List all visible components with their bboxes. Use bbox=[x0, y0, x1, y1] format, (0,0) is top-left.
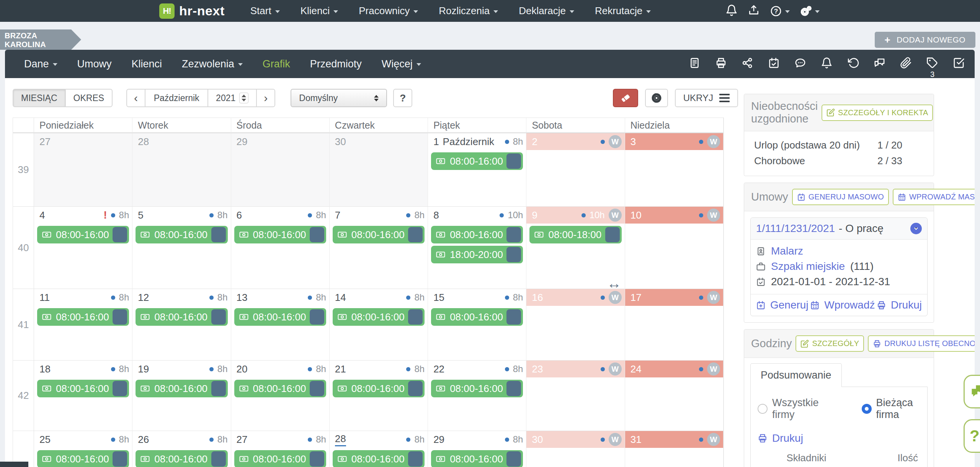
shift-block[interactable]: 08:00-16:00 bbox=[431, 226, 523, 243]
shift-drag-handle[interactable] bbox=[310, 381, 324, 396]
shift-block[interactable]: 08:00-16:00 bbox=[234, 450, 326, 467]
shift-drag-handle[interactable] bbox=[113, 451, 127, 467]
day-cell-17[interactable]: 17W bbox=[625, 289, 724, 361]
absences-details-button[interactable]: SZCZEGÓŁY I KOREKTA bbox=[822, 105, 933, 121]
day-cell-20[interactable]: 208h08:00-16:00 bbox=[231, 361, 330, 431]
shift-drag-handle[interactable] bbox=[605, 227, 620, 242]
shift-block[interactable]: 08:00-16:00 bbox=[333, 450, 425, 467]
shift-block[interactable]: 08:00-16:00 bbox=[234, 308, 326, 326]
day-cell-11[interactable]: 118h08:00-16:00 bbox=[34, 289, 132, 361]
year-spinner[interactable] bbox=[239, 93, 248, 103]
day-cell-30[interactable]: 30 bbox=[330, 133, 428, 207]
settings-button[interactable] bbox=[800, 5, 820, 17]
next-month-button[interactable]: › bbox=[256, 89, 275, 107]
comments-button[interactable] bbox=[874, 57, 885, 69]
contract-number-link[interactable]: 1/111/1231/2021 bbox=[756, 222, 835, 235]
shift-drag-handle[interactable] bbox=[408, 309, 423, 325]
tag-button[interactable]: 3 bbox=[926, 57, 938, 69]
share-button[interactable] bbox=[742, 57, 753, 69]
document-button[interactable] bbox=[689, 57, 701, 69]
hide-sidebar-button[interactable]: UKRYJ bbox=[675, 89, 738, 107]
day-cell-19[interactable]: 198h08:00-16:00 bbox=[132, 361, 231, 431]
menu-deklaracje[interactable]: Deklaracje bbox=[508, 0, 585, 22]
eraser-button[interactable] bbox=[613, 89, 638, 107]
feedback-chat-button[interactable] bbox=[964, 375, 980, 408]
shift-block[interactable]: 08:00-16:00 bbox=[333, 308, 425, 326]
tab-więcej[interactable]: Więcej bbox=[372, 50, 431, 78]
day-cell-21[interactable]: 218h08:00-16:00 bbox=[330, 361, 428, 431]
tab-summary[interactable]: Podsumowanie bbox=[750, 363, 842, 387]
day-cell-29[interactable]: 298h08:00-16:00 bbox=[428, 431, 526, 467]
help-button[interactable]: ? bbox=[770, 5, 790, 17]
shift-block[interactable]: 08:00-16:00 bbox=[136, 308, 227, 326]
shift-drag-handle[interactable] bbox=[506, 227, 521, 242]
prev-month-button[interactable]: ‹ bbox=[126, 89, 145, 107]
day-cell-29[interactable]: 29 bbox=[231, 133, 330, 207]
day-cell-18[interactable]: 188h08:00-16:00 bbox=[34, 361, 132, 431]
shift-drag-handle[interactable] bbox=[506, 247, 521, 262]
shift-block[interactable]: 08:00-16:00 bbox=[136, 380, 227, 397]
generate-link[interactable]: Generuj bbox=[756, 299, 808, 311]
shift-block[interactable]: 08:00-16:00 bbox=[234, 226, 326, 243]
month-toggle-button[interactable]: MIESIĄC bbox=[13, 89, 66, 107]
chevron-down-icon[interactable] bbox=[910, 223, 922, 234]
day-cell-27[interactable]: 27 bbox=[34, 133, 132, 207]
day-cell-25[interactable]: 258h08:00-16:00 bbox=[34, 431, 132, 467]
day-cell-2[interactable]: 2W bbox=[526, 133, 625, 207]
day-cell-22[interactable]: 228h08:00-16:00 bbox=[428, 361, 526, 431]
tab-umowy[interactable]: Umowy bbox=[67, 50, 122, 78]
upload-button[interactable] bbox=[748, 4, 760, 18]
position-link[interactable]: Malarz bbox=[771, 245, 803, 257]
tab-dane[interactable]: Dane bbox=[14, 50, 67, 78]
radio-current-company[interactable]: Bieżąca firma bbox=[862, 397, 920, 421]
shift-drag-handle[interactable] bbox=[506, 381, 521, 396]
shift-drag-handle[interactable] bbox=[310, 227, 324, 242]
menu-rozliczenia[interactable]: Rozliczenia bbox=[428, 0, 508, 22]
shift-drag-handle[interactable] bbox=[211, 227, 226, 242]
company-link[interactable]: Szpaki miejskie bbox=[771, 260, 845, 273]
generate-bulk-button[interactable]: GENERUJ MASOWO bbox=[792, 189, 889, 205]
print-contract-link[interactable]: Drukuj bbox=[877, 299, 922, 311]
day-cell-1[interactable]: 1Październik8h08:00-16:00 bbox=[428, 133, 526, 207]
print-attendance-button[interactable]: DRUKUJ LISTĘ OBECNOŚCI bbox=[868, 335, 975, 352]
day-cell-31[interactable]: 31W bbox=[625, 431, 724, 467]
shift-block[interactable]: 08:00-16:00 bbox=[136, 226, 227, 243]
day-cell-16[interactable]: 16W bbox=[526, 289, 625, 361]
day-cell-23[interactable]: 23W bbox=[526, 361, 625, 431]
shift-block[interactable]: 08:00-16:00 bbox=[37, 226, 129, 243]
brand[interactable]: H! hr-next bbox=[159, 3, 225, 19]
day-cell-15[interactable]: 158h08:00-16:00 bbox=[428, 289, 526, 361]
shift-drag-handle[interactable] bbox=[506, 309, 521, 325]
paperclip-button[interactable] bbox=[900, 57, 912, 69]
shift-drag-handle[interactable] bbox=[310, 451, 324, 467]
shift-block[interactable]: 08:00-16:00 bbox=[333, 380, 425, 397]
enter-bulk-button[interactable]: WPROWADŹ MASOWO bbox=[893, 189, 975, 205]
shift-drag-handle[interactable] bbox=[113, 227, 127, 242]
bell-button[interactable] bbox=[725, 4, 738, 18]
shift-block[interactable]: 08:00-16:00 bbox=[431, 450, 523, 467]
bell-button[interactable] bbox=[821, 57, 833, 69]
day-cell-4[interactable]: 4!8h08:00-16:00 bbox=[34, 207, 132, 289]
day-cell-24[interactable]: 24W bbox=[625, 361, 724, 431]
shift-drag-handle[interactable] bbox=[408, 381, 423, 396]
shift-drag-handle[interactable] bbox=[211, 451, 226, 467]
day-cell-3[interactable]: 3W bbox=[625, 133, 724, 207]
shift-block[interactable]: 08:00-16:00 bbox=[431, 152, 523, 170]
day-cell-26[interactable]: 268h08:00-16:00 bbox=[132, 431, 231, 467]
settings-button[interactable] bbox=[645, 89, 668, 107]
chat-button[interactable] bbox=[794, 57, 806, 69]
day-cell-30[interactable]: 30W bbox=[526, 431, 625, 467]
period-toggle-button[interactable]: OKRES bbox=[65, 89, 113, 107]
day-cell-28[interactable]: 28 bbox=[132, 133, 231, 207]
print-summary-link[interactable]: Drukuj bbox=[758, 432, 920, 444]
day-cell-7[interactable]: 78h08:00-16:00 bbox=[330, 207, 428, 289]
shift-drag-handle[interactable] bbox=[310, 309, 324, 325]
day-cell-13[interactable]: 138h08:00-16:00 bbox=[231, 289, 330, 361]
shift-block[interactable]: 08:00-18:00 bbox=[529, 226, 621, 243]
shift-drag-handle[interactable] bbox=[211, 381, 226, 396]
radio-all-companies[interactable]: Wszystkie firmy bbox=[758, 397, 823, 421]
shift-block[interactable]: 08:00-16:00 bbox=[431, 308, 523, 326]
tab-przedmioty[interactable]: Przedmioty bbox=[300, 50, 372, 78]
day-cell-12[interactable]: 128h08:00-16:00 bbox=[132, 289, 231, 361]
day-cell-6[interactable]: 68h08:00-16:00 bbox=[231, 207, 330, 289]
